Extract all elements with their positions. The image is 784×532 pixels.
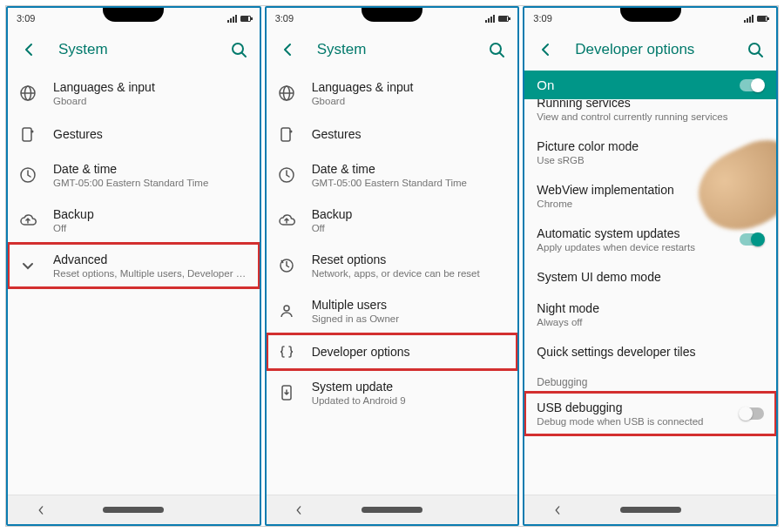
list-item[interactable]: BackupOff: [267, 198, 518, 243]
back-arrow-icon: [279, 41, 296, 58]
item-title: Date & time: [312, 162, 508, 176]
gesture-icon: [18, 125, 37, 143]
item-title: System UI demo mode: [537, 270, 764, 284]
item-subtitle: Use sRGB: [537, 155, 764, 165]
item-subtitle: Apply updates when device restarts: [537, 242, 729, 253]
nav-bar: [524, 495, 776, 524]
developer-options-list: Running servicesView and control current…: [524, 99, 776, 495]
list-item[interactable]: System updateUpdated to Android 9: [267, 370, 518, 415]
phone-frame-2: 3:09 System Languages & inputGboardGestu…: [265, 6, 520, 526]
list-item[interactable]: Date & timeGMT-05:00 Eastern Standard Ti…: [8, 152, 260, 198]
item-switch[interactable]: [740, 233, 764, 246]
status-time: 3:09: [17, 13, 35, 24]
list-item[interactable]: Running servicesView and control current…: [524, 99, 776, 131]
master-toggle-bar[interactable]: On: [524, 71, 776, 99]
back-button[interactable]: [15, 36, 43, 64]
list-item[interactable]: Picture color modeUse sRGB: [524, 131, 776, 174]
item-subtitle: GMT-05:00 Eastern Standard Time: [312, 178, 508, 188]
item-title: Languages & input: [312, 80, 508, 94]
list-item[interactable]: Date & timeGMT-05:00 Eastern Standard Ti…: [267, 152, 518, 198]
section-header-debugging: Debugging: [524, 367, 776, 392]
item-title: Quick settings developer tiles: [537, 345, 764, 359]
item-title: Backup: [312, 207, 508, 221]
cloud-up-icon: [277, 212, 296, 229]
item-title: WebView implementation: [537, 183, 764, 197]
back-button[interactable]: [274, 36, 301, 64]
phone-frame-3: 3:09 Developer options On Running se: [523, 6, 778, 526]
triptych-container: 3:09 System Languages & inputGboardGestu…: [5, 5, 779, 527]
reset-icon: [277, 257, 296, 274]
page-title: System: [317, 41, 468, 58]
item-subtitle: Off: [312, 223, 508, 233]
item-subtitle: GMT-05:00 Eastern Standard Time: [53, 178, 249, 188]
nav-home-button[interactable]: [620, 507, 681, 513]
settings-list: Languages & inputGboardGesturesDate & ti…: [8, 71, 260, 495]
search-button[interactable]: [483, 36, 510, 64]
nav-bar: [267, 495, 518, 524]
item-title: Backup: [53, 207, 249, 221]
action-bar: Developer options: [524, 29, 776, 71]
list-item[interactable]: Automatic system updatesApply updates wh…: [524, 218, 776, 261]
item-title: Date & time: [53, 162, 249, 176]
item-subtitle: Off: [53, 223, 249, 233]
search-icon: [747, 41, 764, 58]
search-button[interactable]: [741, 36, 769, 64]
list-item[interactable]: Gestures: [267, 116, 518, 152]
back-button[interactable]: [531, 36, 559, 64]
list-item[interactable]: AdvancedReset options, Multiple users, D…: [8, 243, 260, 288]
item-subtitle: Always off: [537, 317, 764, 327]
list-item[interactable]: System UI demo mode: [524, 261, 776, 293]
globe-icon: [277, 84, 296, 102]
settings-list: Languages & inputGboardGesturesDate & ti…: [267, 71, 518, 495]
list-item[interactable]: BackupOff: [8, 198, 260, 243]
item-title: Advanced: [53, 253, 249, 266]
signal-icon: [227, 15, 237, 23]
master-toggle-label: On: [537, 77, 554, 92]
item-subtitle: Signed in as Owner: [312, 313, 508, 324]
battery-icon: [240, 16, 251, 22]
search-icon: [230, 41, 247, 58]
list-item[interactable]: Reset optionsNetwork, apps, or device ca…: [267, 243, 518, 288]
page-title: System: [58, 41, 209, 58]
search-button[interactable]: [225, 36, 253, 64]
item-subtitle: Updated to Android 9: [312, 395, 508, 406]
master-switch[interactable]: [740, 79, 764, 91]
nav-bar: [8, 495, 260, 524]
list-item[interactable]: Languages & inputGboard: [8, 71, 260, 116]
braces-icon: [277, 343, 296, 360]
notch: [103, 8, 164, 22]
nav-home-button[interactable]: [103, 507, 164, 513]
nav-back-button[interactable]: [36, 504, 48, 516]
list-item[interactable]: WebView implementationChrome: [524, 174, 776, 218]
list-item[interactable]: Night modeAlways off: [524, 293, 776, 336]
item-title: USB debugging: [537, 401, 729, 414]
phone-frame-1: 3:09 System Languages & inputGboardGestu…: [6, 6, 261, 526]
cloud-up-icon: [18, 212, 37, 229]
nav-back-button[interactable]: [294, 504, 306, 516]
item-title: Multiple users: [312, 298, 508, 312]
item-title: Reset options: [312, 253, 508, 266]
gesture-icon: [277, 125, 296, 143]
notch: [362, 8, 422, 22]
item-subtitle: View and control currently running servi…: [537, 111, 764, 122]
item-subtitle: Gboard: [53, 96, 249, 106]
status-time: 3:09: [533, 13, 551, 24]
nav-home-button[interactable]: [362, 507, 422, 513]
search-icon: [488, 41, 505, 58]
battery-icon: [498, 16, 509, 22]
action-bar: System: [8, 29, 260, 71]
list-item[interactable]: Multiple usersSigned in as Owner: [267, 288, 518, 333]
item-subtitle: Debug mode when USB is connected: [537, 416, 729, 427]
item-title: Night mode: [537, 301, 764, 315]
item-title: Automatic system updates: [537, 226, 729, 240]
list-item[interactable]: Gestures: [8, 116, 260, 152]
list-item[interactable]: Languages & inputGboard: [267, 71, 518, 116]
phone-update-icon: [277, 384, 296, 401]
list-item[interactable]: USB debuggingDebug mode when USB is conn…: [524, 392, 776, 435]
action-bar: System: [267, 29, 518, 71]
list-item[interactable]: Developer options: [267, 333, 518, 370]
signal-icon: [485, 15, 495, 23]
list-item[interactable]: Quick settings developer tiles: [524, 336, 776, 367]
item-switch[interactable]: [740, 407, 764, 420]
nav-back-button[interactable]: [552, 504, 564, 516]
